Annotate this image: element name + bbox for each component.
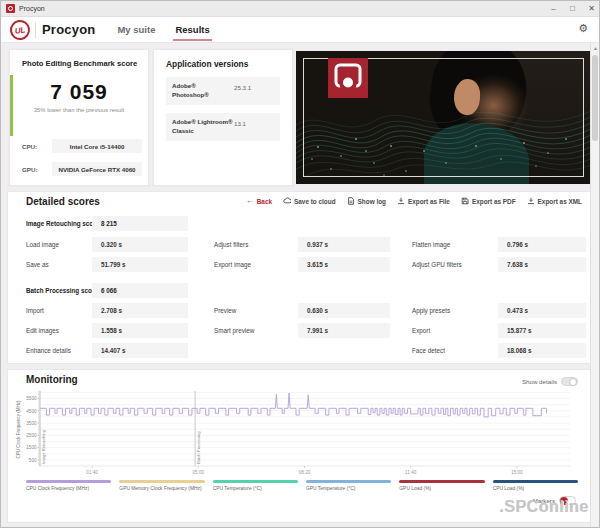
- metric-value: 3.615 s: [298, 257, 390, 272]
- minimize-button[interactable]: –: [544, 1, 563, 17]
- titlebar: Procyon – □ ✕: [1, 1, 600, 17]
- action-show-log-button[interactable]: Show log: [347, 197, 386, 205]
- metric-label: Adjust GPU filters: [412, 257, 462, 272]
- ul-logo-text: UL: [14, 24, 26, 34]
- app-versions-title: Application versions: [154, 50, 292, 69]
- legend-item-cpu-temperature-c[interactable]: CPU Temperature (°C): [213, 480, 298, 491]
- legend-item-gpu-load[interactable]: GPU Load (%): [399, 480, 484, 491]
- benchmark-score: 7 059: [10, 80, 148, 104]
- scrollbar[interactable]: ▲: [590, 43, 599, 528]
- svg-text:01:40: 01:40: [86, 470, 98, 475]
- show-details-label: Show details: [522, 378, 557, 385]
- action-label: Export as XML: [538, 198, 582, 205]
- metric-label: Preview: [214, 303, 236, 318]
- nav-tab-results[interactable]: Results: [175, 17, 209, 43]
- maximize-button[interactable]: □: [563, 1, 582, 17]
- metric-label: Flatten image: [412, 237, 450, 252]
- legend-item-cpu-load[interactable]: CPU Load (%): [493, 480, 578, 491]
- metric-label: Face detect: [412, 343, 445, 358]
- legend-item-cpu-clock-frequency-mhz[interactable]: CPU Clock Frequency (MHz): [26, 480, 111, 491]
- metric-label: Export: [412, 323, 430, 338]
- ul-logo: UL: [9, 18, 32, 41]
- metric-value: 0.796 s: [498, 237, 586, 252]
- procyon-logo: [328, 58, 368, 98]
- scrollbar-thumb[interactable]: [592, 55, 598, 141]
- svg-text:08:20: 08:20: [299, 470, 311, 475]
- hero-image: [296, 51, 591, 184]
- legend-color-bar: [26, 480, 111, 483]
- legend-label: CPU Clock Frequency (MHz): [26, 486, 111, 491]
- nav-tab-my-suite[interactable]: My suite: [117, 17, 155, 43]
- legend-label: GPU Memory Clock Frequency (MHz): [119, 486, 204, 491]
- metric-value: 14.407 s: [92, 343, 188, 358]
- score-comparison: 35% lower than the previous result: [10, 107, 148, 113]
- watermark: .SPConline: [431, 498, 589, 516]
- detailed-actions: ←BackSave to cloudShow logExport as File…: [246, 197, 582, 205]
- show-details-toggle[interactable]: [561, 377, 578, 386]
- metric-label: Load image: [26, 237, 59, 252]
- gear-icon[interactable]: ⚙: [578, 22, 588, 35]
- metric-label: Export image: [214, 257, 251, 272]
- score-indicator-bar: [10, 75, 13, 136]
- app-name: Adobe® Photoshop®: [172, 82, 234, 100]
- metric-value: 15.877 s: [498, 323, 586, 338]
- scrollbar-up-arrow[interactable]: ▲: [591, 43, 600, 53]
- metric-label: Apply presets: [412, 303, 450, 318]
- metric-value: 0.937 s: [298, 237, 390, 252]
- svg-text:1500: 1500: [26, 445, 37, 450]
- legend-label: CPU Temperature (°C): [213, 486, 298, 491]
- legend-color-bar: [213, 480, 298, 483]
- metric-value: 18.068 s: [498, 343, 586, 358]
- action-export-as-pdf-button[interactable]: Export as PDF: [461, 197, 516, 205]
- svg-text:15:00: 15:00: [511, 470, 523, 475]
- app-icon: [6, 4, 15, 13]
- action-label: Export as PDF: [472, 198, 516, 205]
- legend-item-gpu-memory-clock-frequency-mhz[interactable]: GPU Memory Clock Frequency (MHz): [119, 480, 204, 491]
- metric-label: Adjust filters: [214, 237, 248, 252]
- close-button[interactable]: ✕: [582, 1, 600, 17]
- metric-label: Image Retouching score: [26, 216, 99, 231]
- metric-value: 6 066: [92, 283, 188, 298]
- monitoring-chart: 5001500250035004500550001:4005:0008:2011…: [22, 386, 574, 478]
- brand-title: Procyon: [42, 22, 95, 37]
- svg-text:5500: 5500: [26, 396, 37, 401]
- app-version: 25.3.1: [234, 82, 251, 100]
- metric-value: 51.799 s: [92, 257, 188, 272]
- legend-color-bar: [493, 480, 578, 483]
- svg-text:Image Retouching: Image Retouching: [41, 429, 46, 464]
- window-title: Procyon: [19, 5, 45, 12]
- app-version-item: Adobe® Photoshop®25.3.1: [166, 77, 280, 105]
- download-icon: [397, 197, 405, 205]
- action-label: Back: [257, 198, 272, 205]
- action-save-to-cloud-button[interactable]: Save to cloud: [283, 197, 336, 205]
- metric-value: 0.320 s: [92, 237, 188, 252]
- legend-item-gpu-temperature-c[interactable]: GPU Temperature (°C): [306, 480, 391, 491]
- nav-divider: [35, 22, 36, 38]
- action-export-as-xml-button[interactable]: Export as XML: [527, 197, 582, 205]
- cpu-value: Intel Core i5-14400: [52, 139, 142, 153]
- metric-label: Smart preview: [214, 323, 254, 338]
- svg-text:2500: 2500: [26, 433, 37, 438]
- back-icon: ←: [246, 198, 254, 204]
- action-label: Show log: [358, 198, 386, 205]
- app-name: Adobe® Lightroom® Classic: [172, 118, 234, 136]
- action-back-button[interactable]: ←Back: [246, 198, 272, 205]
- metric-value: 7.991 s: [298, 323, 390, 338]
- action-label: Save to cloud: [294, 198, 336, 205]
- svg-text:11:40: 11:40: [405, 470, 417, 475]
- nav-tabs: My suiteResults: [117, 17, 229, 43]
- download-icon: [527, 197, 535, 205]
- metric-value: 1.558 s: [92, 323, 188, 338]
- score-card: Photo Editing Benchmark score 7 059 35% …: [9, 49, 149, 186]
- action-export-as-file-button[interactable]: Export as File: [397, 197, 450, 205]
- navbar: UL Procyon My suiteResults ⚙: [1, 17, 600, 43]
- procyon-window: Procyon – □ ✕ UL Procyon My suiteResults…: [0, 0, 600, 528]
- metric-label: Enhance details: [26, 343, 71, 358]
- cpu-label: CPU:: [22, 143, 37, 150]
- detailed-scores-section: Detailed scores ←BackSave to cloudShow l…: [7, 191, 591, 364]
- metric-value: 8 215: [92, 216, 188, 231]
- save-icon: [461, 197, 469, 205]
- app-versions-list: Adobe® Photoshop®25.3.1Adobe® Lightroom®…: [154, 77, 292, 141]
- app-version: 13.1: [234, 118, 246, 136]
- metric-label: Import: [26, 303, 44, 318]
